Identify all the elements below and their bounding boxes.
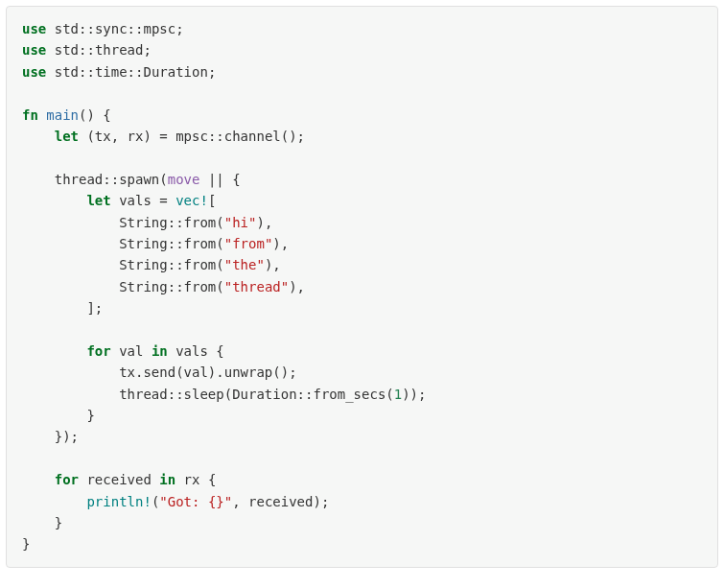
code-content: use std::sync::mpsc; use std::thread; us… <box>22 21 426 552</box>
code-block: use std::sync::mpsc; use std::thread; us… <box>6 6 718 568</box>
